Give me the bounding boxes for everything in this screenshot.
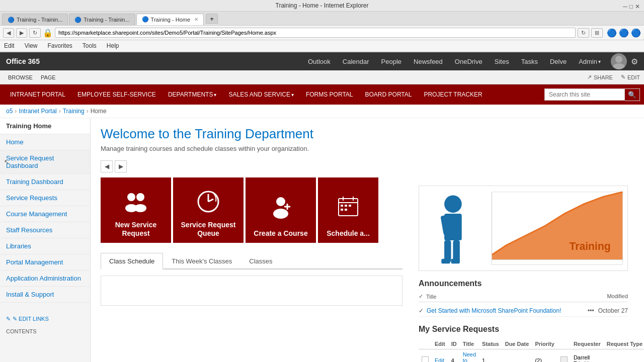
carousel-prev-btn[interactable]: ◀ [101,160,113,172]
content-left: New Service Request Service Request Queu… [101,177,403,362]
minimize-btn[interactable]: ─ [623,3,627,10]
sidebar-item-service-requests[interactable]: Service Requests [0,190,90,206]
announcement-row: ✓ Get Started with Microsoft SharePoint … [419,305,628,317]
svg-text:Training: Training [569,240,610,252]
sr-row-request-type [604,349,644,363]
sidebar: Training Home Home Service Request Dashb… [0,118,91,362]
sitenav-sales-service[interactable]: SALES AND SERVICE ▾ [222,84,300,105]
sidebar-item-course-management[interactable]: Course Management [0,206,90,222]
cursor-icon: ↖ [4,158,9,165]
maximize-btn[interactable]: □ [629,3,633,10]
tile-schedule[interactable]: Schedule a... [318,177,378,243]
sidebar-item-libraries[interactable]: Libraries [0,238,90,254]
ribbon-browse-btn[interactable]: BROWSE [4,70,37,84]
announcement-date: October 27 [598,307,628,314]
settings-gear-icon[interactable]: ⚙ [631,57,638,66]
tab-this-weeks-classes[interactable]: This Week's Classes [163,253,240,269]
browser-tab-3[interactable]: 🔵 Training - Home ✕ [136,14,204,25]
svg-rect-13 [339,199,358,216]
menu-help[interactable]: Help [105,41,121,50]
o365-nav-people[interactable]: People [375,52,408,70]
sitenav-employee-self-service[interactable]: EMPLOYEE SELF-SERVICE [71,84,162,105]
sr-row-checkbox[interactable] [419,349,432,363]
forward-btn[interactable]: ▶ [16,28,27,38]
compatibility-btn[interactable]: ⊞ [591,28,603,38]
o365-nav-onedrive[interactable]: OneDrive [449,52,489,70]
search-btn[interactable]: 🔍 [625,88,640,101]
sidebar-item-app-admin[interactable]: Application Administration [0,270,90,287]
sitenav-intranet-portal[interactable]: INTRANET PORTAL [4,84,71,105]
breadcrumb-training[interactable]: Training [63,108,85,115]
sitenav-board-portal[interactable]: BOARD PORTAL [359,84,418,105]
menu-favorites[interactable]: Favorites [45,41,74,50]
o365-nav-newsfeed[interactable]: Newsfeed [408,52,449,70]
menu-tools[interactable]: Tools [80,41,99,50]
breadcrumb-root[interactable]: o5 [6,108,13,115]
priority-checkbox[interactable] [560,356,568,362]
ribbon-edit-btn[interactable]: ✎ EDIT [621,74,640,80]
o365-logo[interactable]: Office 365 [6,57,40,65]
o365-nav-tasks[interactable]: Tasks [515,52,544,70]
o365-nav-delve[interactable]: Delve [544,52,573,70]
departments-arrow-icon: ▾ [214,92,216,98]
edit-link[interactable]: Edit [435,357,444,362]
sidebar-item-training-home[interactable]: Training Home [0,118,90,134]
ribbon-page-btn[interactable]: PAGE [37,70,60,84]
admin-dropdown-icon: ▾ [598,59,601,64]
o365-nav-admin[interactable]: Admin ▾ [573,52,607,70]
sr-row-edit[interactable]: Edit [432,349,448,363]
browser-tab-1[interactable]: 🔵 Training - Trainin... [2,14,68,25]
sr-col-request-type: Request Type [604,339,644,349]
tab-close-icon[interactable]: ✕ [194,17,198,22]
go-btn[interactable]: ↻ [578,28,589,38]
sidebar-edit-links[interactable]: ✎ ✎ EDIT LINKS [0,313,90,325]
svg-rect-19 [349,205,351,207]
sidebar-item-home[interactable]: Home [0,134,90,150]
user-avatar[interactable] [611,53,627,69]
menu-view[interactable]: View [23,41,40,50]
tab-classes[interactable]: Classes [240,253,281,269]
o365-nav-sites[interactable]: Sites [489,52,515,70]
sr-row-due-date [502,349,532,363]
announcement-actions[interactable]: ••• [588,307,594,314]
sidebar-item-install-support[interactable]: Install & Support [0,287,90,303]
search-input[interactable] [544,88,625,101]
sr-col-due-date: Due Date [502,339,532,349]
carousel-next-btn[interactable]: ▶ [115,160,127,172]
sitenav-project-tracker[interactable]: PROJECT TRACKER [418,84,488,105]
browser-tab-2[interactable]: 🔵 Training - Trainin... [69,14,135,25]
browser-menu: Edit View Favorites Tools Help [0,40,644,52]
refresh-btn[interactable]: ↻ [29,28,41,38]
sitenav-departments[interactable]: DEPARTMENTS ▾ [162,84,223,105]
sidebar-item-service-request-dashboard[interactable]: Service Request Dashboard ↖ [0,150,90,174]
checkbox-icon[interactable] [422,356,429,362]
sharepoint-favicon-2: 🔵 [619,28,629,38]
new-tab-btn[interactable]: + [206,14,218,24]
ribbon-share-btn[interactable]: ↗ SHARE [587,74,613,80]
breadcrumb-sep-1: › [15,108,17,115]
ann-check-icon: ✓ [419,307,424,314]
close-btn[interactable]: ✕ [635,3,640,10]
menu-edit[interactable]: Edit [2,41,17,50]
sharepoint-favicon-1: 🔵 [607,28,617,38]
announcement-title[interactable]: Get Started with Microsoft SharePoint Fo… [427,307,584,314]
sitenav-forms-portal[interactable]: FORMS PORTAL [300,84,359,105]
sr-row-status: 1. [479,349,502,363]
sidebar-item-staff-resources[interactable]: Staff Resources [0,222,90,238]
address-bar[interactable] [55,28,576,38]
tile-new-service-request[interactable]: New Service Request [101,177,171,243]
sr-col-id: ID [448,339,460,349]
svg-point-9 [276,197,285,206]
back-btn[interactable]: ◀ [3,28,14,38]
sr-row-title[interactable]: Need to offer [460,349,479,363]
o365-nav-calendar[interactable]: Calendar [337,52,375,70]
breadcrumb-intranet[interactable]: Intranet Portal [19,108,56,115]
tile-create-course[interactable]: Create a Course [246,177,316,243]
tab-class-schedule[interactable]: Class Schedule [101,253,163,269]
tile-service-request-queue[interactable]: Service Request Queue [173,177,244,243]
sidebar-item-training-dashboard[interactable]: Training Dashboard [0,174,90,190]
o365-nav-outlook[interactable]: Outlook [302,52,337,70]
sidebar-item-portal-management[interactable]: Portal Management [0,254,90,270]
ann-check-spacer: ✓ [419,293,423,300]
browser-titlebar: Training - Home - Internet Explorer ─ □ … [0,0,644,12]
